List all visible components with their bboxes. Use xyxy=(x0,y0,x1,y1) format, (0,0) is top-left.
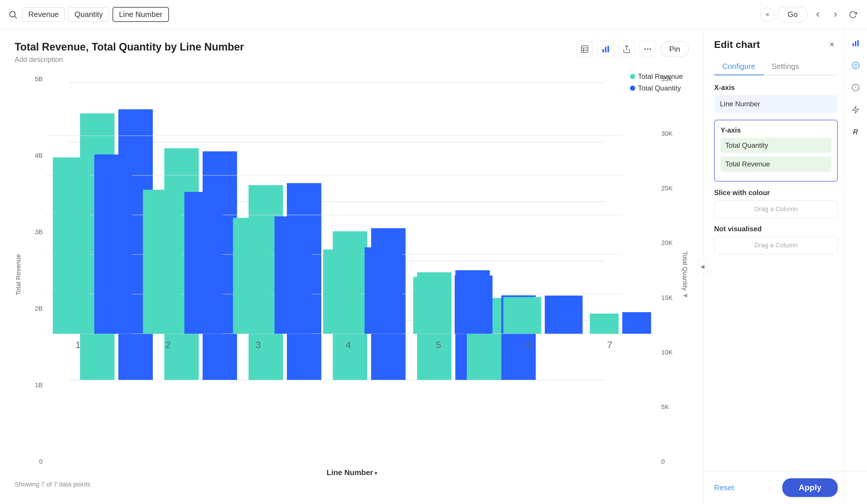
svg-point-10 xyxy=(644,48,646,50)
svg-text:2: 2 xyxy=(165,340,171,350)
x-axis-value[interactable]: Line Number xyxy=(714,95,838,113)
not-visualised-label: Not visualised xyxy=(714,225,838,233)
bar-chart-main: 1 2 3 4 5 6 7 xyxy=(46,73,658,437)
svg-rect-2 xyxy=(581,46,588,53)
legend-item-revenue: Total Revenue xyxy=(630,73,683,80)
svg-text:6: 6 xyxy=(526,340,531,350)
not-visualised-drag-box[interactable]: Drag a Column xyxy=(714,237,838,254)
more-options-button[interactable] xyxy=(640,41,656,57)
svg-rect-60 xyxy=(853,43,854,46)
chart-legend: Total Revenue Total Quantity xyxy=(630,73,683,92)
svg-rect-7 xyxy=(605,47,607,53)
collapse-panel-button[interactable]: ◀ xyxy=(698,260,707,274)
x-axis-section-label: X-axis xyxy=(714,84,838,92)
svg-rect-62 xyxy=(857,40,858,46)
tab-settings[interactable]: Settings xyxy=(763,58,807,75)
tag-line-number[interactable]: Line Number xyxy=(113,7,169,22)
svg-point-12 xyxy=(650,48,651,50)
svg-rect-43 xyxy=(323,249,361,334)
tag-quantity[interactable]: Quantity xyxy=(68,7,109,22)
legend-item-quantity: Total Quantity xyxy=(630,84,683,92)
x-axis-label: Line Number ▾ xyxy=(46,468,658,477)
svg-rect-48 xyxy=(545,296,582,334)
y-axis-ticks-left: 5B 4B 3B 2B 1B 0 xyxy=(25,73,46,477)
table-view-button[interactable] xyxy=(576,41,593,57)
svg-marker-67 xyxy=(853,106,858,113)
info-side-icon[interactable] xyxy=(847,79,864,96)
svg-rect-38 xyxy=(94,154,132,334)
y-axis-ticks-right: 35K 30K 25K 20K 15K 10K 5K 0 xyxy=(658,73,679,477)
share-button[interactable] xyxy=(619,41,635,57)
reset-button[interactable]: Reset xyxy=(714,483,734,492)
svg-point-11 xyxy=(647,48,649,50)
close-panel-button[interactable] xyxy=(826,39,838,50)
apply-button[interactable]: Apply xyxy=(782,478,838,497)
svg-rect-50 xyxy=(622,312,651,334)
chart-area: Total Revenue, Total Quantity by Line Nu… xyxy=(0,29,703,504)
svg-text:3: 3 xyxy=(256,340,261,350)
search-icon[interactable] xyxy=(7,9,19,20)
legend-dot-quantity xyxy=(630,86,635,91)
svg-text:4: 4 xyxy=(346,340,351,350)
panel-tabs: Configure Settings xyxy=(714,58,838,75)
slice-label: Slice with colour xyxy=(714,189,838,197)
settings-side-icon[interactable] xyxy=(847,57,864,74)
svg-rect-6 xyxy=(602,49,604,52)
panel-footer: Reset Apply xyxy=(704,471,867,504)
data-points-label: Showing 7 of 7 data points xyxy=(14,481,689,488)
legend-dot-revenue xyxy=(630,74,635,79)
svg-rect-45 xyxy=(413,277,451,334)
r-side-icon[interactable]: R xyxy=(847,124,864,140)
go-button[interactable]: Go xyxy=(778,7,807,22)
pin-button[interactable]: Pin xyxy=(661,42,689,57)
svg-rect-40 xyxy=(184,192,222,334)
tab-configure[interactable]: Configure xyxy=(714,58,763,75)
y-axis-section-label: Y-axis xyxy=(720,126,831,134)
refresh-button[interactable] xyxy=(846,8,860,22)
svg-rect-8 xyxy=(608,46,609,53)
forward-button[interactable] xyxy=(828,8,843,22)
y-axis-left-label: Total Revenue xyxy=(14,73,22,477)
search-close-button[interactable]: × xyxy=(760,8,774,22)
tag-revenue[interactable]: Revenue xyxy=(22,7,65,22)
y-axis-right-label: Total Quantity ◀ xyxy=(681,73,689,477)
y-axis-chip-revenue[interactable]: Total Revenue xyxy=(720,156,831,172)
chart-side-icon[interactable] xyxy=(847,35,864,51)
y-axis-chip-quantity[interactable]: Total Quantity xyxy=(720,138,831,153)
slice-drag-box[interactable]: Drag a Column xyxy=(714,200,838,218)
svg-rect-41 xyxy=(233,218,271,334)
panel-title: Edit chart xyxy=(714,39,760,50)
bar-chart-button[interactable] xyxy=(598,41,614,57)
svg-point-0 xyxy=(10,11,15,17)
svg-text:1: 1 xyxy=(75,340,81,350)
svg-rect-46 xyxy=(454,275,492,334)
svg-rect-39 xyxy=(143,190,181,334)
svg-point-63 xyxy=(854,65,856,67)
svg-rect-61 xyxy=(855,41,856,46)
lightning-side-icon[interactable] xyxy=(847,102,864,118)
svg-text:5: 5 xyxy=(436,340,441,350)
back-button[interactable] xyxy=(811,8,825,22)
side-icons: R xyxy=(844,29,867,504)
panel-header: Edit chart xyxy=(714,39,838,50)
search-bar: Revenue Quantity Line Number × Go xyxy=(0,0,867,29)
svg-rect-37 xyxy=(53,157,90,334)
svg-rect-42 xyxy=(275,216,312,334)
svg-rect-44 xyxy=(364,247,402,334)
svg-text:7: 7 xyxy=(607,340,612,350)
y-axis-section: Y-axis Total Quantity Total Revenue xyxy=(714,120,838,182)
chart-toolbar: Pin xyxy=(576,41,689,57)
svg-rect-49 xyxy=(590,314,619,334)
svg-line-1 xyxy=(14,17,17,19)
edit-panel: ◀ Edit chart Configure xyxy=(703,29,867,504)
svg-rect-47 xyxy=(503,297,541,334)
